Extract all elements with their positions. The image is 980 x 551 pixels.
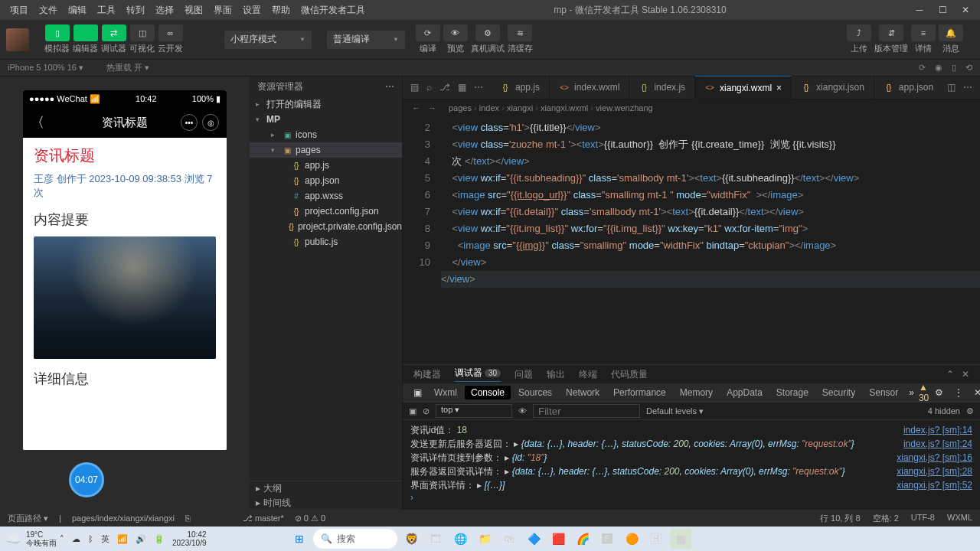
gear-icon[interactable]: ⚙ [930,387,948,398]
close-icon[interactable]: ✕ [969,387,980,398]
tool-真机调试[interactable]: ⚙真机调试 [471,24,505,54]
clear-icon[interactable]: ⊘ [423,406,430,416]
chevron-up-icon[interactable]: ⌃ [946,369,954,380]
dev-tab-Console[interactable]: Console [465,386,511,399]
tool-编辑器[interactable]: 编辑器 [73,24,98,54]
filter-input[interactable] [533,404,640,418]
tool-清缓存[interactable]: ≋清缓存 [508,24,533,54]
more-icon[interactable]: ⋮ [949,387,968,398]
bp-tab-问题[interactable]: 问题 [514,368,533,381]
context-select[interactable]: top ▾ [436,404,512,418]
code-editor[interactable]: 2345678910 <view class='h1'>{{it.title}}… [403,116,980,364]
tool-可视化[interactable]: ◫可视化 [129,24,155,54]
bp-tab-构建器[interactable]: 构建器 [413,368,441,381]
app-icon[interactable]: 🦁 [400,528,422,549]
menu-item[interactable]: 文件 [34,5,63,15]
taskbar-search[interactable]: 🔍 搜索 [313,529,397,549]
page-route[interactable]: 页面路径 ▾ [8,513,48,524]
tool-编译[interactable]: ⟳编译 [416,24,440,54]
tab-index.js[interactable]: {}index.js [629,76,695,99]
git-icon[interactable]: ⎇ [439,82,450,93]
tab-index.wxml[interactable]: <>index.wxml [550,76,629,99]
nav-fwd-icon[interactable]: → [428,103,436,112]
search-icon[interactable]: ⌕ [426,82,432,93]
tool-版本管理[interactable]: ⇵版本管理 [874,24,908,54]
git-branch[interactable]: ⎇ master* [243,514,284,523]
tab-xiangxi.json[interactable]: {}xiangxi.json [792,76,874,99]
tab-xiangxi.wxml[interactable]: <>xiangxi.wxml × [695,76,792,99]
volume-icon[interactable]: 🔊 [136,534,146,544]
cursor-pos[interactable]: 行 10, 列 8 [820,513,861,524]
vscode-icon[interactable]: 🔷 [523,528,544,549]
ext-icon[interactable]: ▦ [458,82,466,93]
project-root[interactable]: ▾MP [250,112,402,127]
edge-icon[interactable]: 🌐 [449,528,471,549]
devtools-tabs[interactable]: ▣WxmlConsoleSourcesNetworkPerformanceMem… [403,383,980,402]
tool-模拟器[interactable]: ▯模拟器 [44,24,70,54]
record-timer[interactable]: 04:07 [69,462,104,497]
app-icon[interactable]: 🟥 [547,528,569,549]
close-icon[interactable]: × [776,83,782,93]
minimize-button[interactable]: ─ [910,2,929,18]
menu-item[interactable]: 选择 [150,5,179,15]
menubar[interactable]: 项目文件编辑工具转到选择视图界面设置帮助微信开发者工具 [5,4,371,17]
stop-icon[interactable]: ◉ [935,63,942,73]
menu-item[interactable]: 工具 [92,5,121,15]
tool-调试器[interactable]: ⇄调试器 [101,24,126,54]
menu-item[interactable]: 转到 [121,5,150,15]
page-path[interactable]: pages/index/xiangxi/xiangxi [72,514,175,523]
file-project.private.config.json[interactable]: {}project.private.config.json [250,219,402,234]
screenshot-icon[interactable]: ▯ [952,63,956,73]
gear-icon[interactable]: ⚙ [966,406,974,416]
dev-tab-Sensor[interactable]: Sensor [863,386,904,399]
copy-icon[interactable]: ⎘ [185,514,191,523]
phone-body[interactable]: 资讯标题 王彦 创作于 2023-10-09 09:38:53 浏览 7 次 内… [23,138,227,450]
article-image[interactable] [34,236,216,359]
language[interactable]: WXML [947,513,972,524]
close-button[interactable]: ✕ [956,2,975,18]
explorer-toggle-icon[interactable]: ▤ [410,82,419,93]
encoding[interactable]: UTF-8 [911,513,935,524]
console-output[interactable]: 资讯id值： 18index.js? [sm]:14发送更新后服务器返回： ▸ … [403,420,980,510]
split-icon[interactable]: ◫ [947,82,956,93]
inspect-icon[interactable]: ▣ [409,406,416,416]
bp-tab-调试器[interactable]: 调试器30 [455,367,501,382]
breadcrumb[interactable]: ←→ pages › index › xiangxi › xiangxi.wxm… [403,99,980,116]
dev-tab-Wxml[interactable]: Wxml [428,386,463,399]
file-pages[interactable]: ▾▣pages [250,142,402,158]
dev-tab-Performance[interactable]: Performance [607,386,672,399]
indent[interactable]: 空格: 2 [873,513,899,524]
device-select[interactable]: iPhone 5 100% 16 ▾ [8,63,83,73]
store-icon[interactable]: 🛍 [498,528,520,549]
app-icon[interactable]: 🗔 [425,528,446,549]
ime-icon[interactable]: 英 [101,533,109,545]
mode-dropdown[interactable]: 小程序模式▼ [224,31,312,49]
menu-item[interactable]: 视图 [179,5,208,15]
capsule-close-icon[interactable]: ◎ [202,114,219,131]
levels-select[interactable]: Default levels ▾ [646,406,704,416]
app-icon[interactable]: 🅿 [596,528,618,549]
file-public.js[interactable]: {}public.js [250,234,402,249]
close-icon[interactable]: ✕ [962,369,969,380]
eye-icon[interactable]: 👁 [518,406,527,416]
onedrive-icon[interactable]: ☁ [72,534,80,544]
app-icon[interactable]: 🇭 [645,528,667,549]
explorer-more-icon[interactable]: ⋯ [385,81,394,92]
bluetooth-icon[interactable]: ᛒ [88,534,93,543]
refresh-icon[interactable]: ⟳ [919,63,926,73]
wechat-devtools-icon[interactable]: ▦ [670,528,691,549]
capsule-menu-icon[interactable]: ••• [181,114,198,131]
start-button[interactable]: ⊞ [289,528,310,549]
bottom-tabs[interactable]: 构建器调试器30问题输出终端代码质量⌃✕ [403,365,980,383]
tool-消息[interactable]: 🔔消息 [939,24,963,54]
tab-app.json[interactable]: {}app.json [874,76,939,99]
file-app.json[interactable]: {}app.json [250,173,402,188]
hot-reload[interactable]: 热重载 开 ▾ [106,62,149,73]
file-project.config.json[interactable]: {}project.config.json [250,204,402,219]
tool-预览[interactable]: 👁预览 [443,24,468,54]
tool-上传[interactable]: ⤴上传 [847,24,871,54]
tool-云开发[interactable]: ∞云开发 [158,24,183,54]
phone-simulator[interactable]: ●●●●● WeChat 📶 10:42 100% ▮ 〈 资讯标题 ••• ◎… [23,90,227,450]
dev-tab-Network[interactable]: Network [560,386,606,399]
chevron-up-icon[interactable]: ˄ [60,534,64,544]
